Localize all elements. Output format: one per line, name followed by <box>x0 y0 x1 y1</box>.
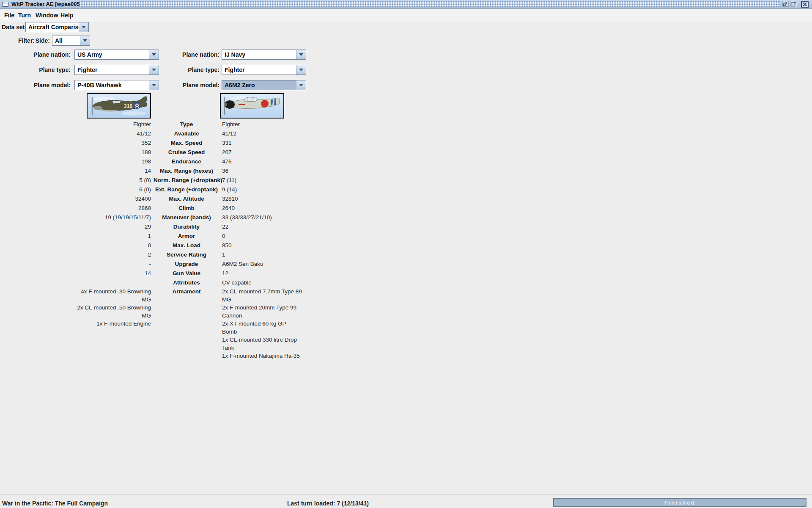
comparison-row-label: Climb <box>154 204 219 213</box>
chevron-down-icon <box>152 84 156 86</box>
plane-nation-value-left: US Army <box>75 50 149 59</box>
comparison-row-armament: 4x F-mounted .30 Browning MG 2x CL-mount… <box>72 287 302 360</box>
plane-type-label-left: Plane type: <box>25 65 71 75</box>
data-set-combo[interactable]: Aircraft Comparison <box>25 22 89 32</box>
chevron-down-icon <box>83 39 87 42</box>
combo-arrow-button[interactable] <box>296 50 306 59</box>
comparison-left-value: 32400 <box>72 194 151 204</box>
comparison-left-value: 6 (0) <box>72 185 151 194</box>
maximize-button[interactable] <box>790 1 797 7</box>
comparison-right-value: 33 (33/33/27/21/10) <box>222 213 302 222</box>
comparison-row-label: Max. Altitude <box>154 194 219 204</box>
menu-item-file[interactable]: File <box>4 9 14 22</box>
comparison-row-label: Gun Value <box>154 269 219 278</box>
comparison-row: 1Armor0 <box>72 232 302 241</box>
comparison-row-label: Norm. Range (+droptank) <box>154 176 219 185</box>
plane-type-label-right: Plane type: <box>174 65 219 75</box>
menu-item-window[interactable]: Window <box>36 9 58 22</box>
close-button[interactable] <box>801 1 809 8</box>
plane-type-combo-left[interactable]: Fighter <box>74 65 159 75</box>
app-window: WitP Tracker AE [wpae005] <box>0 0 812 508</box>
comparison-right-value: 12 <box>222 269 302 278</box>
comparison-row-label: Endurance <box>154 157 219 166</box>
comparison-row: 188Cruise Speed207 <box>72 148 302 157</box>
comparison-right-value: 207 <box>222 148 302 157</box>
comparison-row-label: Attributes <box>154 278 219 287</box>
menubar: File Turn Window Help <box>0 9 812 22</box>
chevron-down-icon <box>299 53 303 56</box>
combo-arrow-button[interactable] <box>149 65 159 75</box>
comparison-row: 2860Climb2640 <box>72 204 302 213</box>
comparison-table: FighterTypeFighter41/12Available41/12352… <box>72 120 302 360</box>
comparison-row: FighterTypeFighter <box>72 120 302 129</box>
side-label: Side: <box>29 36 50 46</box>
combo-arrow-button[interactable] <box>149 50 159 59</box>
application-icon <box>2 1 9 8</box>
side-combo-arrow-button[interactable] <box>80 36 90 45</box>
minimize-icon <box>783 1 788 6</box>
comparison-row-label: Upgrade <box>154 260 219 269</box>
comparison-right-value: 22 <box>222 222 302 232</box>
data-set-combo-value: Aircraft Comparison <box>26 22 79 32</box>
chevron-down-icon <box>152 69 156 71</box>
side-combo-value: All <box>52 36 80 45</box>
comparison-left-value: 2860 <box>72 204 151 213</box>
armament-left-list: 4x F-mounted .30 Browning MG 2x CL-mount… <box>72 287 151 360</box>
comparison-right-value: 476 <box>222 157 302 166</box>
progress-bar: Finished <box>553 498 807 507</box>
plane-model-combo-left[interactable]: P-40B Warhawk <box>74 80 159 90</box>
comparison-left-value: 352 <box>72 138 151 148</box>
last-turn-label: Last turn loaded: 7 (12/13/41) <box>287 498 369 508</box>
plane-type-value-left: Fighter <box>75 65 149 75</box>
status-separator <box>0 494 812 495</box>
comparison-right-value: 1 <box>222 250 302 260</box>
plane-marking-text: 316 <box>124 103 132 109</box>
side-combo[interactable]: All <box>52 36 90 46</box>
comparison-right-value: 32810 <box>222 194 302 204</box>
campaign-label: War in the Pacific: The Full Campaign <box>2 498 108 508</box>
menu-item-help[interactable]: Help <box>60 9 73 22</box>
plane-image-right <box>220 93 284 119</box>
plane-nation-value-right: IJ Navy <box>222 50 296 59</box>
data-set-label: Data set: <box>2 22 24 32</box>
plane-type-value-right: Fighter <box>222 65 296 75</box>
data-set-combo-arrow-button[interactable] <box>79 22 88 32</box>
comparison-left-value: - <box>72 260 151 269</box>
minimize-button[interactable] <box>782 1 789 7</box>
menu-item-turn[interactable]: Turn <box>18 9 31 22</box>
plane-image-left: 316 <box>87 93 151 119</box>
comparison-row: 198Endurance476 <box>72 157 302 166</box>
comparison-row-label: Maneuver (bands) <box>154 213 219 222</box>
comparison-row-label: Max. Range (hexes) <box>154 166 219 176</box>
chevron-down-icon <box>82 26 86 28</box>
chevron-down-icon <box>299 84 303 86</box>
comparison-row: -UpgradeA6M2 Sen Baku <box>72 260 302 269</box>
comparison-right-value: CV capable <box>222 278 302 287</box>
comparison-right-value: 7 (11) <box>222 176 302 185</box>
comparison-row-label: Cruise Speed <box>154 148 219 157</box>
plane-nation-combo-left[interactable]: US Army <box>74 50 159 60</box>
comparison-left-value: 0 <box>72 241 151 250</box>
plane-nation-combo-right[interactable]: IJ Navy <box>222 50 306 60</box>
comparison-row: 6 (0)Ext. Range (+droptank)9 (14) <box>72 185 302 194</box>
comparison-row: 29Durability22 <box>72 222 302 232</box>
comparison-left-value: 2 <box>72 250 151 260</box>
plane-model-combo-right[interactable]: A6M2 Zero <box>222 80 306 90</box>
progress-label: Finished <box>664 500 695 506</box>
plane-type-combo-right[interactable]: Fighter <box>222 65 306 75</box>
comparison-row: 41/12Available41/12 <box>72 129 302 138</box>
comparison-left-value <box>72 278 151 287</box>
comparison-right-value: 2640 <box>222 204 302 213</box>
comparison-row-label: Armament <box>154 287 219 360</box>
combo-arrow-button[interactable] <box>149 80 159 90</box>
comparison-left-value: 14 <box>72 269 151 278</box>
comparison-left-value: 198 <box>72 157 151 166</box>
comparison-row: 14Max. Range (hexes)36 <box>72 166 302 176</box>
armament-right-list: 2x CL-mounted 7.7mm Type 89 MG 2x F-moun… <box>222 287 302 360</box>
combo-arrow-button[interactable] <box>296 65 306 75</box>
combo-arrow-button[interactable] <box>296 80 306 90</box>
comparison-row: 19 (19/19/15/11/7)Maneuver (bands)33 (33… <box>72 213 302 222</box>
comparison-row: 5 (0)Norm. Range (+droptank)7 (11) <box>72 176 302 185</box>
comparison-left-value: 19 (19/19/15/11/7) <box>72 213 151 222</box>
comparison-left-value: 29 <box>72 222 151 232</box>
